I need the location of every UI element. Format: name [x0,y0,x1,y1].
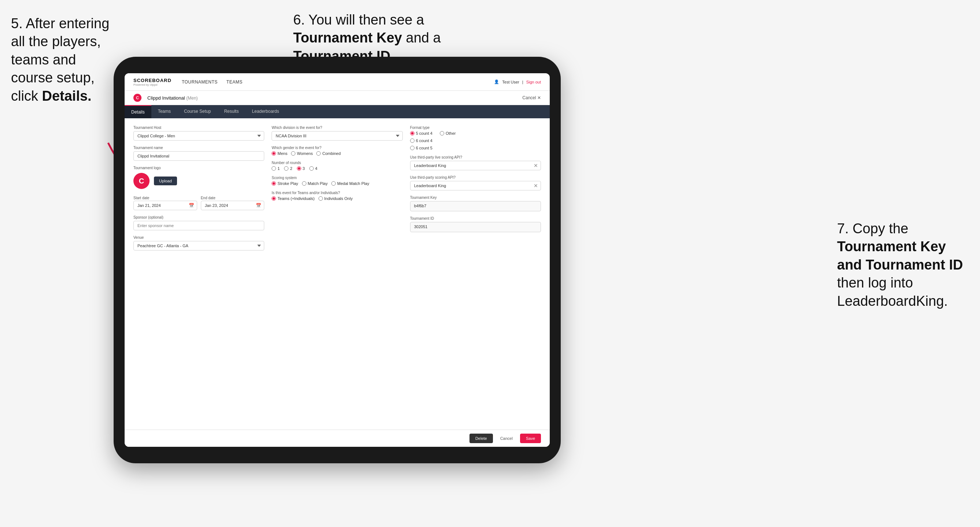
tournament-name-group: Tournament name [134,146,264,161]
tablet-frame: SCOREBOARD Powered by clippd TOURNAMENTS… [114,57,561,463]
venue-select[interactable]: Peachtree GC - Atlanta - GA [134,241,264,251]
venue-label: Venue [134,235,264,240]
tournament-name-input[interactable] [134,151,264,161]
upload-button[interactable]: Upload [154,176,177,185]
breadcrumb-title: Clippd Invitational (Men) [147,95,198,101]
form-section-right: Format type 5 count 4 Other [410,125,541,251]
format-5count4[interactable]: 5 count 4 [410,131,433,135]
save-button[interactable]: Save [520,433,541,443]
logo-upload-area: C Upload [134,173,264,189]
scoring-label: Scoring system [272,176,402,180]
third-party-1-label: Use third-party live scoring API? [410,155,541,159]
scoring-stroke[interactable]: Stroke Play [272,181,298,186]
tab-details[interactable]: Details [125,105,151,118]
tournament-key-label: Tournament Key [410,195,541,200]
venue-group: Venue Peachtree GC - Atlanta - GA [134,235,264,251]
third-party-2-clear-icon[interactable]: ✕ [534,183,538,189]
end-date-label: End date [201,196,215,200]
format-type-group: Format type 5 count 4 Other [410,125,541,150]
division-select[interactable]: NCAA Division III [272,131,402,141]
tournament-host-select[interactable]: Clippd College - Men [134,131,264,141]
gender-combined[interactable]: Combined [316,151,340,156]
sponsor-group: Sponsor (optional) [134,215,264,230]
third-party-2-input[interactable] [410,181,541,190]
tab-course-setup[interactable]: Course Setup [177,105,217,118]
form-section-middle: Which division is the event for? NCAA Di… [272,125,402,251]
top-nav: SCOREBOARD Powered by clippd TOURNAMENTS… [125,73,550,91]
rounds-group: Number of rounds 1 2 3 [272,161,402,171]
rounds-3[interactable]: 3 [297,166,305,171]
third-party-1-group: Use third-party live scoring API? ✕ [410,155,541,170]
teams-label: Is this event for Teams and/or Individua… [272,191,402,195]
tournament-host-group: Tournament Host Clippd College - Men [134,125,264,141]
gender-label: Which gender is the event for? [272,146,402,150]
tournament-logo-label: Tournament logo [134,166,264,170]
logo-circle: C [134,173,150,189]
nav-logo-title: SCOREBOARD [134,78,172,83]
format-6count4[interactable]: 6 count 4 [410,138,433,143]
third-party-1-clear-icon[interactable]: ✕ [534,163,538,168]
sign-out-link[interactable]: Sign out [526,80,541,84]
tab-leaderboards[interactable]: Leaderboards [245,105,285,118]
tournament-key-group: Tournament Key b4f6b7 [410,195,541,211]
dates-group: Start date 📅 End date 📅 [134,194,264,210]
rounds-label: Number of rounds [272,161,402,165]
nav-user: Test User [502,80,519,84]
rounds-4[interactable]: 4 [309,166,317,171]
tab-results[interactable]: Results [217,105,245,118]
tournament-logo-group: Tournament logo C Upload [134,166,264,189]
nav-logo: SCOREBOARD Powered by clippd [134,78,172,86]
tournament-name-label: Tournament name [134,146,264,150]
format-other[interactable]: Other [440,131,456,135]
third-party-2-input-wrap: ✕ [410,181,541,190]
form-content: Tournament Host Clippd College - Men Tou… [125,118,550,430]
tab-teams[interactable]: Teams [151,105,177,118]
scoring-medal[interactable]: Medal Match Play [331,181,369,186]
scoring-match[interactable]: Match Play [302,181,328,186]
gender-group: Which gender is the event for? Mens Wome… [272,146,402,156]
gender-womens[interactable]: Womens [291,151,313,156]
nav-logo-sub: Powered by clippd [134,83,172,86]
nav-link-tournaments[interactable]: TOURNAMENTS [182,78,218,86]
teams-radio-group: Teams (+Individuals) Individuals Only [272,196,402,201]
tournament-host-label: Tournament Host [134,125,264,130]
sponsor-label: Sponsor (optional) [134,215,264,219]
rounds-radio-group: 1 2 3 4 [272,166,402,171]
format-radio-section: 5 count 4 Other 6 count 4 [410,131,541,150]
tournament-id-group: Tournament ID 302051 [410,216,541,232]
individuals-only[interactable]: Individuals Only [318,196,353,201]
rounds-1[interactable]: 1 [272,166,280,171]
third-party-1-input[interactable] [410,161,541,170]
gender-radio-group: Mens Womens Combined [272,151,402,156]
annotation-left: 5. After entering all the players, teams… [11,15,110,105]
breadcrumb-bar: C Clippd Invitational (Men) Cancel ✕ [125,91,550,105]
cancel-button[interactable]: Cancel [496,433,517,443]
third-party-2-group: Use third-party scoring API? ✕ [410,175,541,190]
cancel-link[interactable]: Cancel ✕ [522,95,541,100]
sponsor-input[interactable] [134,221,264,230]
teams-plus-individuals[interactable]: Teams (+Individuals) [272,196,315,201]
format-6count5[interactable]: 6 count 5 [410,146,433,150]
nav-link-teams[interactable]: TEAMS [226,78,243,86]
division-label: Which division is the event for? [272,125,402,130]
tournament-key-value: b4f6b7 [410,201,541,211]
format-type-label: Format type [410,125,541,130]
scoring-group: Scoring system Stroke Play Match Play Me… [272,176,402,186]
start-date-calendar-icon: 📅 [189,203,194,208]
third-party-2-label: Use third-party scoring API? [410,175,541,179]
breadcrumb-logo: C [134,94,142,102]
third-party-1-input-wrap: ✕ [410,161,541,170]
annotation-right: 7. Copy the Tournament Key and Tournamen… [837,220,969,310]
tournament-id-label: Tournament ID [410,216,541,221]
tabs-bar: Details Teams Course Setup Results Leade… [125,105,550,118]
form-section-left: Tournament Host Clippd College - Men Tou… [134,125,264,251]
user-icon: 👤 [494,79,499,84]
division-group: Which division is the event for? NCAA Di… [272,125,402,141]
end-date-input[interactable] [201,201,265,210]
delete-button[interactable]: Delete [469,433,493,443]
rounds-2[interactable]: 2 [284,166,292,171]
tournament-id-value: 302051 [410,222,541,232]
nav-right: 👤 Test User | Sign out [494,79,541,84]
start-date-input[interactable] [134,201,197,210]
gender-mens[interactable]: Mens [272,151,287,156]
